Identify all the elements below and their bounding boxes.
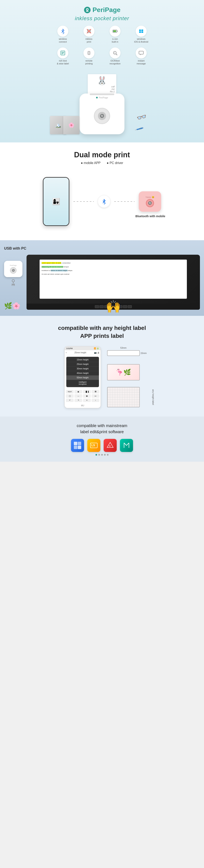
tool-spacing[interactable]: ↕ — [92, 399, 99, 402]
svg-point-27 — [12, 280, 14, 282]
label-software-icon-4 — [122, 441, 130, 450]
dot-1 — [95, 454, 97, 456]
feature-windows: windowsiOS & Android — [129, 26, 153, 43]
bluetooth-icon — [60, 28, 66, 34]
label-software-icon-3: ⊞ — [106, 441, 114, 450]
richtext-label: rich text& wise label — [57, 59, 69, 65]
software-title: compatible with mainstreamlabel edit&pri… — [4, 423, 200, 435]
height-15mm[interactable]: 15mm height — [66, 358, 99, 362]
height-25mm[interactable]: 25mm height — [66, 362, 99, 367]
logo-area: PeriPage — [4, 6, 200, 14]
feature-richtext: rich text& wise label — [51, 48, 75, 65]
tool-image[interactable]: 🖼 — [92, 390, 99, 394]
feature-inkless: inklessprint — [77, 26, 101, 43]
features-grid: wirelessconnect inklessprint — [51, 26, 153, 43]
height-30mm[interactable]: 30mm height — [66, 367, 99, 371]
ocr-icon: A — [112, 50, 118, 56]
software-section: compatible with mainstreamlabel edit&pri… — [0, 416, 204, 462]
intelligent-recognize[interactable]: intelligentrecognize — [66, 380, 99, 386]
app-camera-icon[interactable]: 📷 — [94, 351, 96, 354]
feature-ocr: A OCR/textrecognition — [103, 48, 127, 65]
tool-barcode[interactable]: ▐▌▐ — [83, 390, 91, 394]
feature-message: instantmessage — [129, 48, 153, 65]
feature-wireless: wirelessconnect — [51, 26, 75, 43]
usb-visual: PeriPage 🔘 Lorem ipsum dolor sit amet, c… — [4, 255, 200, 310]
tool-qr[interactable]: ▦ — [75, 390, 82, 394]
hands-typing: 🙌 — [106, 299, 121, 314]
inkless-icon-circle — [83, 26, 94, 37]
label-rect-small: 53mm 15mm — [107, 350, 140, 356]
app-time: 3:01PM — [66, 347, 72, 349]
dual-mode-bullets: ● mobile APP ● PC driver — [4, 161, 200, 165]
pink-printer-container: happy 😊 🔘 Bluetooth with mobile — [139, 191, 161, 212]
tool-more[interactable]: ••• — [92, 394, 99, 398]
battery-icon — [112, 28, 118, 34]
tool-text[interactable]: TEXT — [66, 390, 74, 394]
height-40mm[interactable]: 40mm height — [66, 371, 99, 375]
label-demo: 3:01PM 📶 🔋 ‹ 25mm height 📷 🖨 15mm height… — [4, 346, 200, 408]
windows-icon-circle — [136, 26, 147, 37]
laptop-screen-content: Lorem ipsum dolor sit amet, consectetur … — [39, 259, 187, 299]
app-footer: MU — [65, 403, 100, 408]
svg-rect-11 — [141, 30, 143, 31]
label-software-icon-1 — [74, 441, 82, 450]
wireless-icon-circle — [57, 26, 68, 37]
ocr-label: OCR/textrecognition — [110, 59, 121, 65]
inkless-icon — [86, 28, 92, 34]
laptop-screen: Lorem ipsum dolor sit amet, consectetur … — [39, 259, 187, 299]
laptop-area: Lorem ipsum dolor sit amet, consectetur … — [27, 255, 200, 304]
svg-point-26 — [96, 97, 98, 98]
svg-rect-3 — [86, 11, 89, 11]
ocr-icon-circle: A — [110, 48, 121, 59]
width-53mm: 53mm — [120, 347, 127, 349]
app-status-bar: 3:01PM 📶 🔋 — [65, 347, 100, 350]
height-menu[interactable]: 15mm height 25mm height 30mm height 40mm… — [66, 357, 99, 387]
height-50mm[interactable]: 50mm height — [66, 375, 99, 380]
label-sizes: 53mm 15mm 🦩🌿 50mm any height label — [107, 346, 140, 407]
paper-text: callmeNo.1 — [89, 85, 115, 93]
tool-line[interactable]: — — [75, 394, 82, 398]
svg-rect-34 — [74, 445, 77, 449]
svg-point-2 — [87, 9, 88, 10]
phone-device: 👩‍👧 — [43, 177, 69, 226]
dual-mode-visual: 👩‍👧 happy 😊 🔘 Bluetooth with mobile — [4, 171, 200, 232]
pink-printer-logo: happy 😊 — [146, 196, 154, 198]
richtext-icon — [60, 50, 66, 56]
hero-section: PeriPage inkless pocket printer wireless… — [0, 0, 204, 143]
remote-icon — [86, 50, 92, 56]
white-printer-small: PeriPage 🔘 — [4, 261, 23, 277]
dashed-line-1 — [74, 201, 94, 202]
remote-icon-circle — [83, 48, 94, 59]
dot-3 — [101, 454, 103, 456]
photos-decoration: 🏔️ 🌸 — [53, 116, 80, 134]
dot-2 — [98, 454, 100, 456]
feature-battery: Li-ionbuilt in — [103, 26, 127, 43]
svg-rect-13 — [141, 31, 143, 33]
windows-label: windowsiOS & Android — [134, 37, 148, 43]
svg-rect-8 — [117, 31, 117, 32]
tagline: inkless pocket printer — [4, 15, 200, 22]
size-diagram-small: 53mm 15mm — [107, 350, 140, 356]
tool-undo[interactable]: ↶ — [66, 399, 74, 402]
svg-rect-33 — [78, 442, 81, 445]
flamingo-bg: 🦩🌿 — [108, 365, 139, 380]
peripage-logo-icon — [84, 6, 91, 14]
app-print-icon[interactable]: 🖨 — [97, 351, 99, 354]
message-icon — [138, 50, 144, 56]
tool-redo[interactable]: ↷ — [75, 399, 82, 402]
label-with-flamingo: 🦩🌿 50mm — [107, 364, 140, 380]
small-printer-logo: PeriPage — [10, 265, 17, 266]
svg-rect-32 — [74, 442, 77, 445]
svg-rect-24 — [139, 51, 143, 54]
app-screenshot: 3:01PM 📶 🔋 ‹ 25mm height 📷 🖨 15mm height… — [64, 346, 101, 408]
software-icon-3: ⊞ — [104, 439, 117, 452]
tool-shape[interactable]: ◯ — [66, 394, 74, 398]
software-icon-1 — [71, 439, 84, 452]
dot-5 — [107, 454, 109, 456]
tool-table[interactable]: ▦ — [83, 394, 91, 398]
tool-align[interactable]: ≡ — [83, 399, 91, 402]
wireless-label: wirelessconnect — [59, 37, 67, 43]
flowers-decoration: 🌿🌸 — [4, 302, 20, 310]
brand-name: PeriPage — [93, 6, 121, 14]
app-back-button[interactable]: ‹ — [66, 351, 66, 354]
